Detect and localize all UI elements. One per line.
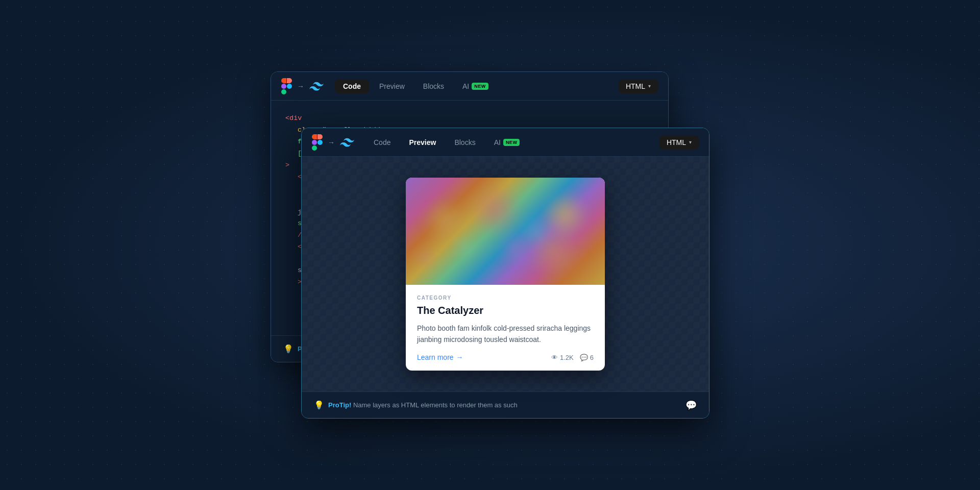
figma-logo-front bbox=[312, 134, 323, 151]
protip-left: 💡 ProTip! Name layers as HTML elements t… bbox=[314, 400, 518, 410]
tab-blocks-front[interactable]: Blocks bbox=[446, 135, 483, 150]
html-dropdown-front[interactable]: HTML ▾ bbox=[659, 135, 699, 150]
card-image bbox=[406, 178, 605, 285]
protip-bar-front: 💡 ProTip! Name layers as HTML elements t… bbox=[302, 391, 709, 418]
ai-badge-front: NEW bbox=[503, 139, 520, 146]
eye-icon: 👁 bbox=[551, 354, 558, 361]
comment-icon: 💬 bbox=[580, 354, 588, 361]
tab-code-back[interactable]: Code bbox=[335, 79, 369, 93]
card-body: CATEGORY The Catalyzer Photo booth fam k… bbox=[406, 285, 605, 371]
tab-ai-front[interactable]: AI NEW bbox=[486, 135, 528, 150]
arrow-icon: → bbox=[297, 82, 304, 90]
tab-code-front[interactable]: Code bbox=[365, 135, 399, 150]
panels-container: → Code Preview Blocks AI NEW HTML ▾ <div bbox=[271, 71, 709, 419]
tab-ai-back[interactable]: AI NEW bbox=[454, 79, 497, 93]
tailwind-logo bbox=[309, 81, 324, 91]
preview-panel-toolbar: → Code Preview Blocks AI NEW HTML ▾ bbox=[302, 128, 709, 157]
preview-area: CATEGORY The Catalyzer Photo booth fam k… bbox=[302, 157, 709, 391]
code-panel-toolbar: → Code Preview Blocks AI NEW HTML ▾ bbox=[271, 72, 668, 101]
preview-panel: → Code Preview Blocks AI NEW HTML ▾ bbox=[301, 128, 709, 419]
card: CATEGORY The Catalyzer Photo booth fam k… bbox=[406, 178, 605, 371]
arrow-icon-front: → bbox=[328, 138, 335, 146]
back-tab-group: Code Preview Blocks AI NEW bbox=[335, 79, 497, 93]
bulb-icon-front: 💡 bbox=[314, 400, 324, 410]
comments-stat: 💬 6 bbox=[580, 354, 594, 361]
chevron-down-icon-back: ▾ bbox=[648, 83, 651, 89]
views-stat: 👁 1.2K bbox=[551, 354, 574, 361]
bulb-icon-back: 💡 bbox=[283, 344, 293, 354]
card-footer: Learn more → 👁 1.2K 💬 6 bbox=[417, 353, 594, 361]
card-stats: 👁 1.2K 💬 6 bbox=[551, 354, 594, 361]
tailwind-logo-front bbox=[340, 137, 354, 148]
chevron-down-icon-front: ▾ bbox=[689, 139, 692, 145]
tab-preview-back[interactable]: Preview bbox=[371, 79, 413, 93]
card-title: The Catalyzer bbox=[417, 305, 594, 316]
tab-blocks-back[interactable]: Blocks bbox=[415, 79, 452, 93]
tab-preview-front[interactable]: Preview bbox=[401, 135, 444, 150]
front-tab-group: Code Preview Blocks AI NEW bbox=[365, 135, 528, 150]
ai-badge-back: NEW bbox=[472, 83, 488, 90]
card-category: CATEGORY bbox=[417, 295, 594, 301]
chat-icon[interactable]: 💬 bbox=[685, 400, 697, 411]
figma-logo bbox=[281, 78, 292, 94]
html-dropdown-back[interactable]: HTML ▾ bbox=[619, 79, 658, 93]
protip-text-front: ProTip! Name layers as HTML elements to … bbox=[328, 401, 518, 409]
learn-more-link[interactable]: Learn more → bbox=[417, 353, 463, 361]
card-description: Photo booth fam kinfolk cold-pressed sri… bbox=[417, 323, 594, 346]
